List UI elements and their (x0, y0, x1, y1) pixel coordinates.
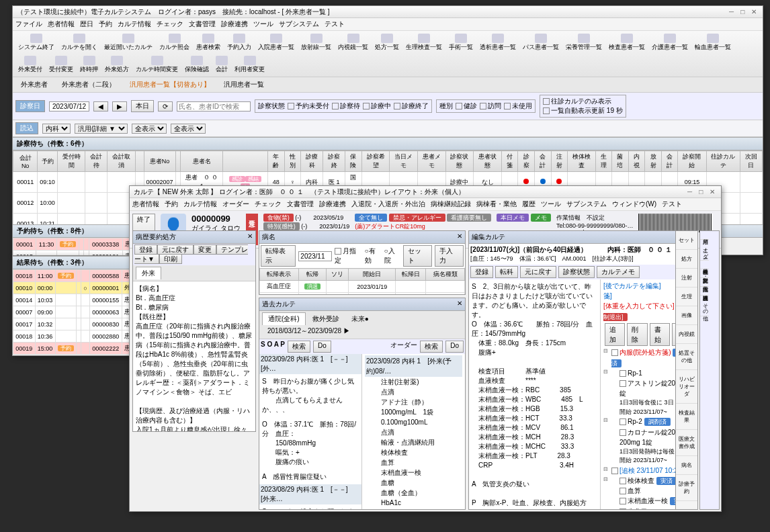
table-row[interactable]: 0001811:00予約00000588患者 (13, 270, 139, 282)
side-button[interactable]: 処方 (676, 250, 697, 269)
table-row[interactable]: 0001915:00予約00002222患者 (13, 343, 139, 355)
table-row[interactable]: 0001000:00○00000001外来 (13, 282, 139, 294)
side-button[interactable]: 検査結果 (676, 404, 697, 430)
tab-general-switch[interactable]: 汎用患者一覧【切替あり】 (124, 79, 216, 91)
table-row[interactable]: 0000111:30予約00003338患者 (13, 238, 140, 251)
btn-tenki[interactable]: 転帰表示 (261, 245, 296, 267)
entry2-hdr[interactable]: 2023/08/29 内科:医 1 [－－] [外来… (259, 484, 361, 504)
lab-order[interactable]: [追検 23/11/07 10:2? (619, 467, 681, 474)
col-header[interactable]: 当日メモ (390, 151, 418, 172)
ord-inner-prescription[interactable]: 内服(院外処方箋) (619, 349, 671, 356)
col-header[interactable]: 次回日 (740, 151, 762, 172)
past-tab[interactable]: 通院(全科) (262, 312, 306, 325)
menu-item[interactable]: 文書管理 (287, 200, 314, 208)
btn-set[interactable]: セット (403, 245, 432, 267)
menu-item[interactable]: ファイル (15, 20, 42, 28)
rp1[interactable]: Rp-1 (628, 369, 642, 377)
col-header[interactable]: 診察 (518, 151, 535, 172)
badge-allergy[interactable]: 禁忌・アレルギー (389, 214, 445, 222)
menu-item[interactable]: 履歴 (522, 200, 536, 208)
lab-1[interactable]: 検体検査 (628, 477, 654, 484)
past-tab[interactable]: 未来● (346, 313, 374, 325)
col-header[interactable]: 転帰日 (395, 269, 425, 281)
cur-btn2[interactable]: 削除 (627, 323, 647, 346)
lab-2[interactable]: 血算 (628, 487, 641, 494)
col-header[interactable] (136, 151, 144, 172)
cur-btn[interactable]: 元に戻す (520, 266, 556, 278)
past-tab[interactable]: 救外受診 (307, 313, 345, 325)
col-header[interactable]: 開始日 (349, 269, 396, 281)
tab-outpatient-2row[interactable]: 外来患者（二段） (56, 79, 121, 91)
cur-btn[interactable]: 転科 (495, 266, 518, 278)
menu-item[interactable]: サブシステム (566, 200, 607, 208)
col-header[interactable] (175, 151, 180, 172)
col-header[interactable] (223, 151, 268, 172)
side-tab[interactable]: その他 (700, 296, 709, 316)
table-row[interactable]: 0001410:0300000155患者 (13, 294, 139, 306)
col-header[interactable]: 診察開始 (678, 151, 706, 172)
dept-select[interactable]: 内科 (42, 124, 71, 134)
menu-item[interactable]: ツール (253, 20, 273, 28)
menu-item[interactable]: カルテ情報 (118, 20, 151, 28)
toolbar-button[interactable]: カルテ照会 (157, 32, 192, 53)
chk-houmon[interactable]: 訪問 (480, 101, 501, 111)
refresh-disp[interactable]: 読込 (15, 122, 38, 134)
hx-btn[interactable]: 変更 (194, 245, 216, 255)
lab-3[interactable]: 末梢血液一検 (628, 497, 668, 504)
col-header[interactable]: 往診カルテ (706, 151, 740, 172)
order-item[interactable]: 生化学 (365, 508, 462, 510)
side-button[interactable]: セット (676, 231, 697, 250)
cur-btn2[interactable]: 書始 (650, 323, 670, 346)
hx-btn[interactable]: 印刷 (159, 254, 182, 264)
side-button[interactable]: リハビリオーダ (676, 370, 697, 404)
menu-item[interactable]: サブシステム (279, 20, 319, 28)
col-header[interactable]: 診察希望 (361, 151, 390, 172)
side-tab[interactable]: オーダー (700, 240, 709, 261)
col-header[interactable]: 会計 (661, 151, 678, 172)
toolbar-button[interactable]: 患者検索 (194, 32, 223, 53)
tab-general[interactable]: 汎用患者一覧 (218, 79, 269, 91)
col-header[interactable]: 診察終 (323, 151, 345, 172)
menu-item[interactable]: 診療連携 (221, 20, 248, 28)
toolbar-button[interactable]: 入院患者一覧 (255, 32, 297, 53)
toolbar-button[interactable]: 検査患者一覧 (606, 32, 648, 53)
toolbar-button[interactable]: システム終了 (15, 32, 57, 53)
side-button[interactable]: 処置その他 (676, 344, 697, 370)
toolbar-button[interactable]: 利用者変更 (232, 54, 267, 75)
badge-allclear[interactable]: 全て無し (355, 214, 387, 222)
col-header[interactable]: 患者メモ (417, 151, 445, 172)
tab-outpatient[interactable]: 外来患者 (15, 79, 53, 91)
toolbar-button[interactable]: 処方一覧 (372, 32, 402, 53)
refresh-button[interactable]: ⟳ (158, 101, 173, 112)
menu-item[interactable]: 病棟継続記録 (431, 200, 471, 208)
side-button[interactable]: 注射 (676, 269, 697, 287)
col-header[interactable]: 受付時間 (57, 151, 85, 172)
toolbar-button[interactable]: 外来処方 (102, 54, 132, 75)
col-header[interactable]: ソリ (326, 269, 348, 281)
menu-item[interactable]: 患者情報 (48, 20, 75, 28)
col-header[interactable]: 転帰 (298, 269, 326, 281)
col-header[interactable]: 検体検査 (568, 151, 596, 172)
table-row[interactable]: 0000709:0000000063患者 (13, 306, 139, 318)
cur-btn[interactable]: 診察状態 (558, 266, 595, 278)
table-row[interactable]: 0001710:3200000830患者 (13, 318, 139, 330)
col-header[interactable]: 生理 (595, 151, 612, 172)
order-item[interactable]: 点滴 (365, 387, 462, 397)
btn-do-2[interactable]: Do (445, 341, 464, 353)
col-header[interactable]: 病名種類 (426, 269, 465, 281)
toolbar-button[interactable]: 受付変更 (46, 54, 76, 75)
menu-item[interactable]: 患者情報 (132, 200, 159, 208)
badge-today-memo[interactable]: 本日メモ (497, 214, 529, 222)
menu-item[interactable]: 入退院・入退所・外出泊 (351, 200, 425, 208)
chk-oshin-only[interactable]: 往診カルテのみ表示 (543, 97, 611, 105)
chk-autorefresh[interactable]: 一覧自動表示更新 (543, 107, 605, 114)
cur-btn[interactable]: カルテメモ (597, 266, 640, 278)
menu-item[interactable]: 予約 (165, 200, 178, 208)
max-icon[interactable]: □ (738, 8, 747, 15)
chk-unused[interactable]: 未使用 (504, 101, 532, 111)
entry1-hdr[interactable]: 2023/09/28 内科:医 1 [－－] [外… (259, 354, 361, 374)
menu-item[interactable]: 病棟看・業他 (476, 200, 517, 208)
toolbar-button[interactable]: 予約入力 (224, 32, 254, 53)
close-icon[interactable]: ✕ (749, 8, 759, 15)
chk-kenshin[interactable]: 健診 (456, 101, 477, 111)
